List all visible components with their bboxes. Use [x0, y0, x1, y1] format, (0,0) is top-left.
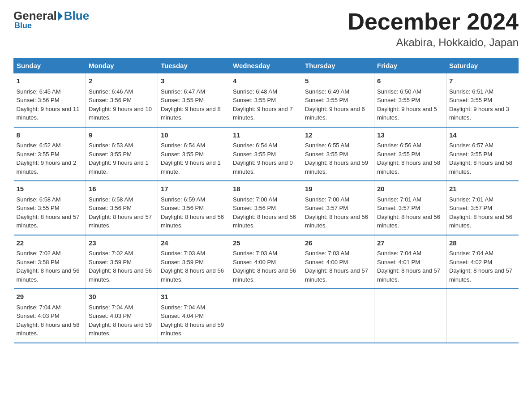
week-row-2: 8 Sunrise: 6:52 AM Sunset: 3:55 PM Dayli…: [14, 127, 519, 181]
daylight-text: Daylight: 9 hours and 2 minutes.: [17, 159, 77, 175]
calendar-cell: 13 Sunrise: 6:56 AM Sunset: 3:55 PM Dayl…: [374, 127, 446, 181]
sunset-text: Sunset: 3:55 PM: [161, 151, 204, 158]
day-number: 9: [89, 130, 155, 141]
sunset-text: Sunset: 3:55 PM: [233, 151, 276, 158]
sunrise-text: Sunrise: 7:04 AM: [89, 304, 133, 311]
daylight-text: Daylight: 8 hours and 56 minutes.: [161, 267, 224, 283]
daylight-text: Daylight: 8 hours and 57 minutes.: [17, 214, 80, 229]
daylight-text: Daylight: 9 hours and 3 minutes.: [449, 106, 509, 121]
sunrise-text: Sunrise: 6:48 AM: [233, 88, 277, 95]
daylight-text: Daylight: 9 hours and 5 minutes.: [377, 106, 437, 121]
logo-triangle-icon: [58, 12, 63, 21]
page-header: General Blue Blue December 2024 Akabira,…: [13, 9, 519, 49]
daylight-text: Daylight: 8 hours and 56 minutes.: [449, 214, 512, 229]
day-header-wednesday: Wednesday: [230, 58, 302, 73]
day-header-friday: Friday: [374, 58, 446, 73]
day-header-saturday: Saturday: [446, 58, 519, 73]
sunset-text: Sunset: 3:56 PM: [233, 205, 276, 211]
sunset-text: Sunset: 3:55 PM: [449, 97, 492, 103]
day-number: 27: [377, 238, 443, 248]
day-number: 25: [233, 238, 299, 248]
calendar-cell: 31 Sunrise: 7:04 AM Sunset: 4:04 PM Dayl…: [158, 289, 230, 343]
sunset-text: Sunset: 3:55 PM: [449, 151, 492, 158]
sunrise-text: Sunrise: 6:58 AM: [89, 196, 133, 203]
calendar-cell: 17 Sunrise: 6:59 AM Sunset: 3:56 PM Dayl…: [158, 181, 230, 235]
logo: General Blue Blue: [13, 9, 89, 30]
calendar-cell: 18 Sunrise: 7:00 AM Sunset: 3:56 PM Dayl…: [230, 181, 302, 235]
daylight-text: Daylight: 8 hours and 56 minutes.: [161, 214, 224, 229]
daylight-text: Daylight: 8 hours and 56 minutes.: [233, 214, 296, 229]
sunrise-text: Sunrise: 6:49 AM: [305, 88, 349, 95]
sunset-text: Sunset: 3:56 PM: [17, 97, 60, 103]
calendar-cell: 28 Sunrise: 7:04 AM Sunset: 4:02 PM Dayl…: [446, 235, 519, 289]
sunset-text: Sunset: 3:55 PM: [17, 205, 60, 211]
sunrise-text: Sunrise: 7:04 AM: [449, 250, 493, 257]
sunrise-text: Sunrise: 6:56 AM: [377, 142, 421, 149]
sunrise-text: Sunrise: 6:54 AM: [233, 142, 277, 149]
calendar-cell: [230, 289, 302, 343]
day-header-thursday: Thursday: [302, 58, 374, 73]
sunset-text: Sunset: 4:03 PM: [17, 313, 60, 319]
sunrise-text: Sunrise: 7:00 AM: [233, 196, 277, 203]
day-number: 3: [161, 76, 227, 86]
calendar-cell: 21 Sunrise: 7:01 AM Sunset: 3:57 PM Dayl…: [446, 181, 519, 235]
sunrise-text: Sunrise: 7:04 AM: [17, 304, 61, 311]
sunrise-text: Sunrise: 6:45 AM: [17, 88, 61, 95]
sunrise-text: Sunrise: 6:58 AM: [17, 196, 61, 203]
week-row-4: 22 Sunrise: 7:02 AM Sunset: 3:58 PM Dayl…: [14, 235, 519, 289]
daylight-text: Daylight: 9 hours and 7 minutes.: [233, 106, 293, 121]
sunrise-text: Sunrise: 7:02 AM: [17, 250, 61, 257]
day-number: 30: [89, 292, 155, 302]
sunrise-text: Sunrise: 6:51 AM: [449, 88, 493, 95]
calendar-table: SundayMondayTuesdayWednesdayThursdayFrid…: [13, 58, 519, 343]
calendar-cell: 22 Sunrise: 7:02 AM Sunset: 3:58 PM Dayl…: [14, 235, 86, 289]
calendar-cell: 15 Sunrise: 6:58 AM Sunset: 3:55 PM Dayl…: [14, 181, 86, 235]
day-number: 8: [17, 130, 83, 141]
day-number: 26: [305, 238, 371, 248]
sunset-text: Sunset: 3:56 PM: [89, 205, 132, 211]
daylight-text: Daylight: 8 hours and 56 minutes.: [233, 267, 296, 283]
daylight-text: Daylight: 8 hours and 56 minutes.: [17, 267, 80, 283]
sunrise-text: Sunrise: 6:54 AM: [161, 142, 205, 149]
calendar-cell: 12 Sunrise: 6:55 AM Sunset: 3:55 PM Dayl…: [302, 127, 374, 181]
title-section: December 2024 Akabira, Hokkaido, Japan: [348, 9, 519, 49]
sunrise-text: Sunrise: 7:03 AM: [305, 250, 349, 257]
sunset-text: Sunset: 4:01 PM: [377, 259, 420, 265]
week-row-5: 29 Sunrise: 7:04 AM Sunset: 4:03 PM Dayl…: [14, 289, 519, 343]
sunrise-text: Sunrise: 6:50 AM: [377, 88, 421, 95]
sunrise-text: Sunrise: 7:04 AM: [161, 304, 205, 311]
calendar-cell: 8 Sunrise: 6:52 AM Sunset: 3:55 PM Dayli…: [14, 127, 86, 181]
calendar-cell: 26 Sunrise: 7:03 AM Sunset: 4:00 PM Dayl…: [302, 235, 374, 289]
calendar-cell: 5 Sunrise: 6:49 AM Sunset: 3:55 PM Dayli…: [302, 73, 374, 127]
daylight-text: Daylight: 8 hours and 59 minutes.: [89, 321, 152, 337]
calendar-cell: 3 Sunrise: 6:47 AM Sunset: 3:55 PM Dayli…: [158, 73, 230, 127]
daylight-text: Daylight: 8 hours and 57 minutes.: [89, 214, 152, 229]
daylight-text: Daylight: 9 hours and 6 minutes.: [305, 106, 365, 121]
sunset-text: Sunset: 3:57 PM: [305, 205, 348, 211]
sunrise-text: Sunrise: 6:47 AM: [161, 88, 205, 95]
calendar-cell: 1 Sunrise: 6:45 AM Sunset: 3:56 PM Dayli…: [14, 73, 86, 127]
day-number: 22: [17, 238, 83, 248]
daylight-text: Daylight: 8 hours and 56 minutes.: [377, 214, 440, 229]
sunrise-text: Sunrise: 7:01 AM: [449, 196, 493, 203]
calendar-cell: 27 Sunrise: 7:04 AM Sunset: 4:01 PM Dayl…: [374, 235, 446, 289]
sunrise-text: Sunrise: 7:02 AM: [89, 250, 133, 257]
sunrise-text: Sunrise: 6:52 AM: [17, 142, 61, 149]
sunset-text: Sunset: 4:00 PM: [233, 259, 276, 265]
daylight-text: Daylight: 8 hours and 57 minutes.: [305, 267, 368, 283]
calendar-cell: [374, 289, 446, 343]
sunrise-text: Sunrise: 6:55 AM: [305, 142, 349, 149]
sunset-text: Sunset: 4:02 PM: [449, 259, 492, 265]
sunrise-text: Sunrise: 6:46 AM: [89, 88, 133, 95]
sunset-text: Sunset: 3:55 PM: [89, 151, 132, 158]
sunrise-text: Sunrise: 6:53 AM: [89, 142, 133, 149]
sunrise-text: Sunrise: 7:03 AM: [233, 250, 277, 257]
daylight-text: Daylight: 8 hours and 58 minutes.: [449, 159, 512, 175]
day-number: 18: [233, 184, 299, 194]
daylight-text: Daylight: 8 hours and 59 minutes.: [161, 321, 224, 337]
day-number: 28: [449, 238, 516, 248]
daylight-text: Daylight: 8 hours and 57 minutes.: [377, 267, 440, 283]
day-number: 6: [377, 76, 443, 86]
day-number: 7: [449, 76, 516, 86]
day-number: 24: [161, 238, 227, 248]
